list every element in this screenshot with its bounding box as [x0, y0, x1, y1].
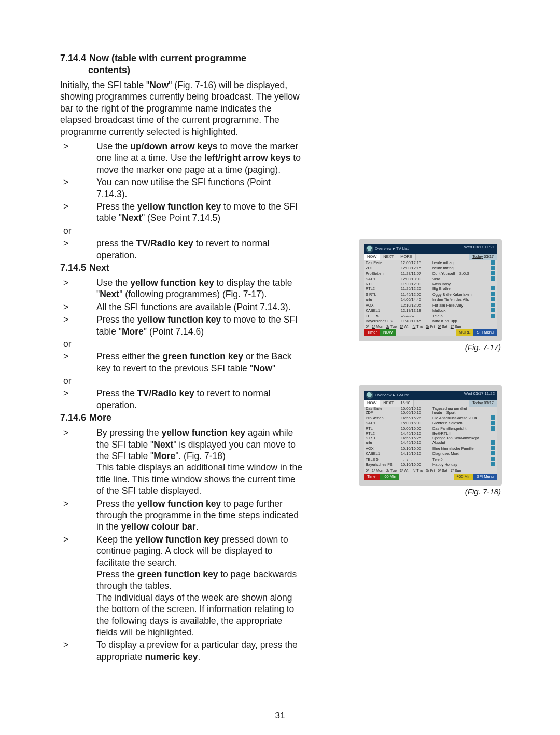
epg-row[interactable]: arte14:45/15:15Absolut: [364, 440, 497, 446]
date-tab[interactable]: Today 03/17: [469, 254, 497, 260]
epg-row[interactable]: Das Erste15:00/15:15Tagesschau um drei: [364, 407, 497, 411]
epg-row[interactable]: Bayerisches FS15:10/16:00Happy Holiday: [364, 462, 497, 468]
epg-row[interactable]: Das Erste12:00/12:15heute mittag: [364, 260, 497, 266]
epg-row[interactable]: ProSieben14:55/15:26Die Abschlussklasse …: [364, 415, 497, 421]
chevron-icon: >: [60, 277, 96, 288]
list-item: >Use the up/down arrow keys to move the …: [60, 141, 304, 175]
day-button[interactable]: 1/ Mon: [370, 468, 385, 474]
day-button[interactable]: 6/ Sat: [436, 468, 449, 474]
bullet-list: >Press the TV/Radio key to revert to nor…: [60, 387, 304, 411]
timer-button[interactable]: Timer: [364, 474, 380, 480]
section-title: More: [89, 412, 111, 423]
section-title-l2: contents): [88, 64, 304, 76]
epg-row[interactable]: SAT.112:00/13:00Vera: [364, 276, 497, 282]
yellow-key-label[interactable]: MORE: [456, 329, 474, 336]
record-icon: [491, 286, 495, 290]
epg-row[interactable]: KABEL114:15/15:15Diagnose: Mord: [364, 451, 497, 457]
epg-row[interactable]: RTL211:25/12:25Big Brother: [364, 286, 497, 292]
list-item-text: Use the yellow function key to display t…: [96, 277, 304, 300]
day-button[interactable]: 5/ Fri: [425, 324, 436, 329]
list-item: >Press the yellow function key to move t…: [60, 201, 304, 224]
blue-key-label[interactable]: SFI Menu: [473, 329, 497, 336]
figure-caption: (Fig. 7-17): [359, 342, 501, 352]
green-key-label[interactable]: NOW: [380, 329, 396, 336]
day-button[interactable]: 1/ Mon: [370, 324, 385, 329]
record-icon: [491, 415, 495, 420]
list-item: >All the SFI functions are available (Po…: [60, 301, 304, 313]
record-icon: [491, 457, 495, 461]
day-button[interactable]: 7/ Sun: [449, 324, 463, 329]
chevron-icon: >: [60, 639, 96, 650]
day-button[interactable]: 4/ Thu: [411, 324, 424, 329]
record-icon: [491, 462, 495, 466]
sfi-logo-icon: [366, 245, 373, 253]
or-separator: or: [63, 225, 304, 237]
list-item-text: Press either the green function key or t…: [96, 351, 304, 374]
record-icon: [491, 446, 495, 450]
section-title: Next: [89, 262, 109, 273]
epg-row[interactable]: SAT.115:00/16:00Richterin Salesch: [364, 421, 497, 426]
chevron-icon: >: [60, 314, 96, 325]
date-tab[interactable]: Today 03/17: [469, 400, 497, 407]
chevron-icon: >: [60, 201, 96, 212]
tab-now[interactable]: NOW: [364, 400, 380, 407]
section-7-14-5-heading: 7.14.5Next: [60, 262, 304, 274]
tab-more[interactable]: 15:10: [397, 400, 414, 407]
bullet-list: >By pressing the yellow function key aga…: [60, 427, 304, 662]
record-icon: [491, 266, 495, 270]
timer-button[interactable]: Timer: [364, 329, 380, 336]
bullet-list: >Use the up/down arrow keys to move the …: [60, 141, 304, 224]
epg-row[interactable]: RTL15:00/16:00Das Familiengericht: [364, 426, 497, 432]
epg-row[interactable]: VOX15:10/16:05Eine himmlische Familie: [364, 446, 497, 452]
chevron-icon: >: [60, 351, 96, 362]
epg-row[interactable]: Bayerisches FS11:40/11:45Kino Kino Tipp: [364, 319, 497, 324]
day-button[interactable]: 3/ W..: [398, 324, 411, 329]
day-button[interactable]: 2/ Tue: [385, 468, 398, 474]
list-item: >Press the yellow function key to move t…: [60, 314, 304, 337]
list-item-text: All the SFI functions are available (Poi…: [96, 301, 304, 313]
epg-row[interactable]: ProSieben11:28/11:57Do it Yourself – S.O…: [364, 271, 497, 277]
list-item-text: Use the up/down arrow keys to move the m…: [96, 141, 304, 175]
epg-row[interactable]: VOX12:10/13:05Für alle Fälle Amy: [364, 303, 497, 309]
epg-row[interactable]: RTL11:30/12:00Mein Baby: [364, 282, 497, 287]
green-key-label[interactable]: -05 Min: [380, 474, 399, 480]
epg-row[interactable]: TELE 5--:--/--:--Tele 5: [364, 457, 497, 463]
epg-row[interactable]: S RTL11:45/12:00Oggy & die Kakerlaken: [364, 292, 497, 298]
epg-row[interactable]: arte14:00/14:45In den Tiefen des Alls: [364, 297, 497, 303]
or-separator: or: [63, 375, 304, 386]
day-button[interactable]: 6/ Sat: [436, 324, 449, 329]
tab-more[interactable]: MORE: [397, 254, 416, 260]
day-button[interactable]: 7/ Sun: [449, 468, 463, 474]
record-icon: [491, 451, 495, 455]
day-button[interactable]: 2/ Tue: [385, 324, 398, 329]
day-button[interactable]: 5/ Fri: [425, 468, 436, 474]
blue-key-label[interactable]: SFI Menu: [473, 474, 497, 480]
record-icon: [491, 421, 495, 425]
record-icon: [491, 271, 495, 275]
epg-row[interactable]: KABEL112:19/13:18Matlock: [364, 308, 497, 314]
list-item-text: Press the yellow function key to move to…: [96, 201, 304, 224]
chevron-icon: >: [60, 176, 96, 188]
tab-next[interactable]: NEXT: [380, 400, 397, 407]
section-number: 7.14.6: [60, 412, 86, 423]
section-intro: Initially, the SFI table "Now" (Fig. 7-1…: [60, 79, 304, 137]
day-button[interactable]: 0/: [364, 468, 370, 474]
epg-row[interactable]: S RTL14:55/15:25SpongeBob Schwammkopf: [364, 436, 497, 441]
list-item-text: press the TV/Radio key to revert to norm…: [96, 238, 304, 261]
day-button[interactable]: 0/: [364, 324, 370, 329]
bullet-list: >Press either the green function key or …: [60, 351, 304, 374]
tab-next[interactable]: NEXT: [380, 254, 397, 260]
list-item-text: To display a preview for a particular da…: [96, 639, 304, 662]
epg-row[interactable]: ZDF12:00/12:15heute mittag: [364, 266, 497, 271]
tab-now[interactable]: NOW: [364, 254, 380, 260]
chevron-icon: >: [60, 427, 96, 438]
yellow-key-label[interactable]: +05 Min: [454, 474, 474, 480]
list-item-text: By pressing the yellow function key agai…: [96, 427, 304, 496]
list-item: >Press either the green function key or …: [60, 351, 304, 374]
day-button[interactable]: 3/ W..: [398, 468, 411, 474]
list-item: >By pressing the yellow function key aga…: [60, 427, 304, 496]
day-button[interactable]: 4/ Thu: [411, 468, 424, 474]
record-icon: [491, 303, 495, 307]
figure-7-18: Overview ▸ TV-ListWed 03/17 11:22NOWNEXT…: [359, 385, 504, 496]
epg-row[interactable]: ZDF15:00/15:15heute – Sport: [364, 411, 497, 415]
